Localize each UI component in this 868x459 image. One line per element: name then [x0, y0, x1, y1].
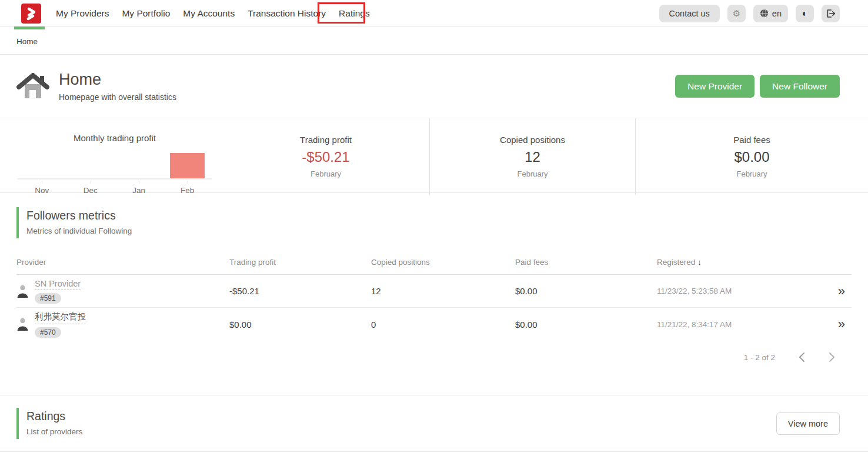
- pagination: 1 - 2 of 2: [0, 341, 868, 377]
- contact-us-button[interactable]: Contact us: [659, 5, 720, 22]
- stat-value: $0.00: [734, 149, 769, 165]
- gear-icon: ⚙: [733, 8, 740, 19]
- pagination-prev-button[interactable]: [799, 352, 805, 362]
- chart-bar-slot-dec: [66, 144, 115, 178]
- nav-item-my-accounts[interactable]: My Accounts: [183, 8, 235, 19]
- language-label: en: [772, 9, 782, 18]
- x-tick-label: Feb: [163, 182, 212, 195]
- avatar-icon: [16, 284, 29, 298]
- logout-icon: [826, 9, 836, 18]
- chart-bar-feb: [170, 153, 205, 178]
- x-tick-label: Dec: [66, 182, 115, 195]
- double-chevron-icon[interactable]: »: [838, 317, 844, 331]
- stat-title: Copied positions: [500, 135, 565, 145]
- column-header-label: Registered: [657, 258, 695, 267]
- language-button[interactable]: en: [753, 5, 788, 22]
- nav-active-indicator: [14, 26, 45, 29]
- provider-cell: 利弗莫尔官投 #570: [16, 311, 229, 338]
- new-follower-button[interactable]: New Follower: [760, 75, 840, 98]
- chart-bar-slot-jan: [115, 144, 163, 178]
- followers-metrics-title: Followers metrics: [26, 209, 132, 222]
- cell-paid-fees: $0.00: [515, 286, 657, 296]
- contrast-icon: ◐: [802, 8, 808, 19]
- breadcrumb[interactable]: Home: [16, 37, 38, 46]
- followers-metrics-header: Followers metrics Metrics of individual …: [0, 193, 868, 250]
- column-header-provider: Provider: [16, 258, 229, 267]
- chart-x-axis-labels: Nov Dec Jan Feb: [18, 182, 212, 195]
- page-subtitle: Homepage with overall statistics: [59, 92, 176, 102]
- cell-copied-positions: 0: [371, 320, 515, 330]
- avatar-icon: [16, 317, 29, 331]
- followers-metrics-subtitle: Metrics of individual Following: [26, 227, 132, 235]
- ratings-section: Ratings List of providers View more: [0, 395, 868, 452]
- provider-info: 利弗莫尔官投 #570: [35, 311, 86, 338]
- logo-glyph-icon: [24, 6, 38, 21]
- stat-card-trading-profit: Trading profit -$50.21 February: [222, 118, 429, 195]
- monthly-trading-profit-chart: Monthly trading profit Nov Dec Jan Feb: [0, 118, 222, 195]
- stat-value: -$50.21: [302, 149, 349, 165]
- home-icon: [16, 71, 49, 102]
- pagination-next-button[interactable]: [829, 352, 835, 362]
- table-row[interactable]: SN Provider #591 -$50.21 12 $0.00 11/23/…: [16, 275, 852, 308]
- logout-button[interactable]: [822, 5, 840, 22]
- provider-name-link[interactable]: SN Provider: [35, 279, 81, 290]
- provider-id-badge: #570: [35, 327, 61, 338]
- view-more-button[interactable]: View more: [776, 413, 840, 435]
- pagination-range-label: 1 - 2 of 2: [744, 353, 775, 362]
- column-header-trading-profit: Trading profit: [229, 258, 371, 267]
- nav-actions: Contact us ⚙ en ◐: [659, 5, 840, 22]
- ratings-subtitle: List of providers: [26, 427, 82, 436]
- nav-links: My Providers My Portfolio My Accounts Tr…: [49, 8, 376, 19]
- cell-registered: 11/23/22, 5:23:58 AM: [657, 287, 812, 295]
- column-header-copied-positions: Copied positions: [371, 258, 515, 267]
- stat-card-paid-fees: Paid fees $0.00 February: [635, 118, 868, 195]
- followers-metrics-table: Provider Trading profit Copied positions…: [0, 250, 868, 341]
- section-title-block: Followers metrics Metrics of individual …: [16, 207, 132, 238]
- table-header-row: Provider Trading profit Copied positions…: [16, 250, 852, 275]
- provider-cell: SN Provider #591: [16, 279, 229, 304]
- column-header-registered[interactable]: Registered↓: [657, 258, 812, 267]
- globe-icon: [760, 9, 769, 18]
- cell-trading-profit: -$50.21: [229, 286, 371, 296]
- sort-desc-icon: ↓: [697, 258, 702, 267]
- page-title: Home: [59, 71, 176, 89]
- provider-info: SN Provider #591: [35, 279, 81, 304]
- stat-card-copied-positions: Copied positions 12 February: [429, 118, 635, 195]
- stat-title: Paid fees: [733, 135, 770, 145]
- column-header-paid-fees: Paid fees: [515, 258, 657, 267]
- double-chevron-icon[interactable]: »: [838, 284, 844, 298]
- settings-button[interactable]: ⚙: [727, 5, 746, 22]
- chart-title: Monthly trading profit: [18, 133, 212, 143]
- ratings-title: Ratings: [26, 410, 82, 423]
- cell-trading-profit: $0.00: [229, 320, 371, 330]
- overall-stats-row: Monthly trading profit Nov Dec Jan Feb T…: [0, 118, 868, 193]
- chevron-left-icon: [799, 352, 805, 362]
- chart-plot-area: [18, 144, 212, 179]
- page-title-block: Home Homepage with overall statistics: [59, 71, 176, 102]
- theme-contrast-button[interactable]: ◐: [796, 5, 814, 22]
- new-provider-button[interactable]: New Provider: [675, 75, 755, 98]
- nav-item-transaction-history[interactable]: Transaction History: [248, 8, 326, 19]
- chart-bar-slot-feb: [163, 144, 212, 178]
- cell-registered: 11/21/22, 8:34:17 AM: [657, 320, 812, 329]
- stat-period: February: [311, 169, 341, 178]
- app-logo-icon[interactable]: [21, 4, 41, 24]
- page-header: Home Homepage with overall statistics Ne…: [0, 55, 868, 118]
- stat-period: February: [517, 169, 547, 178]
- cell-paid-fees: $0.00: [515, 320, 657, 330]
- stat-title: Trading profit: [300, 135, 352, 145]
- x-tick-label: Jan: [115, 182, 163, 195]
- nav-item-my-providers[interactable]: My Providers: [56, 8, 109, 19]
- chart-bar-slot-nov: [18, 144, 66, 178]
- nav-item-ratings[interactable]: Ratings: [339, 8, 370, 19]
- table-row[interactable]: 利弗莫尔官投 #570 $0.00 0 $0.00 11/21/22, 8:34…: [16, 308, 852, 341]
- row-open-cell: »: [812, 318, 852, 331]
- nav-item-my-portfolio[interactable]: My Portfolio: [122, 8, 170, 19]
- cell-copied-positions: 12: [371, 286, 515, 296]
- breadcrumb-bar: Home: [0, 27, 868, 55]
- top-navigation: My Providers My Portfolio My Accounts Tr…: [0, 0, 868, 27]
- provider-name-link[interactable]: 利弗莫尔官投: [35, 311, 86, 324]
- row-open-cell: »: [812, 285, 852, 298]
- header-actions: New Provider New Follower: [675, 75, 840, 98]
- section-title-block: Ratings List of providers: [16, 408, 82, 439]
